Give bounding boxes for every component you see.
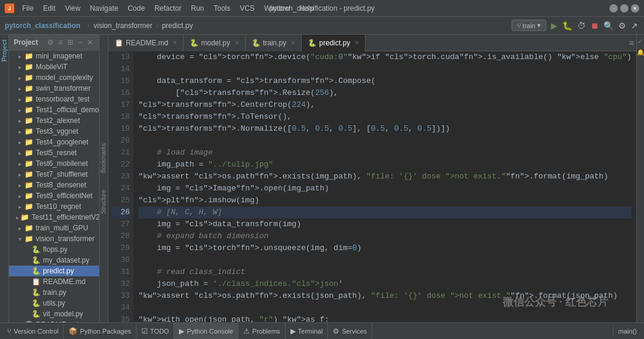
project-name[interactable]: pytorch_classification: [5, 21, 80, 30]
project-side-tab[interactable]: Project: [0, 35, 9, 66]
todo-item[interactable]: ☑ TODO: [137, 323, 175, 339]
line-number: 14: [112, 63, 130, 75]
sidebar-close-icon[interactable]: ✕: [86, 37, 94, 48]
minimize-button[interactable]: –: [609, 4, 618, 13]
tab-model[interactable]: 🐍 model.py ✕: [184, 35, 246, 51]
stop-icon[interactable]: ⏹: [589, 20, 600, 32]
run-icon[interactable]: ▶: [550, 20, 559, 32]
side-tabs: Bookmarks Structure: [100, 35, 109, 322]
debug-icon[interactable]: 🐛: [561, 20, 574, 32]
python-packages-item[interactable]: 📦 Python Packages: [64, 323, 137, 339]
menu-tools[interactable]: Tools: [209, 3, 234, 14]
sidebar-gear-icon[interactable]: ⚙: [46, 37, 55, 48]
menu-code[interactable]: Code: [123, 3, 149, 14]
tab-predict[interactable]: 🐍 predict.py ✕: [302, 35, 366, 51]
breadcrumb-file[interactable]: predict.py: [162, 21, 193, 30]
code-content[interactable]: device = "cls">torch"fn">.device("cuda:0…: [134, 51, 636, 322]
python-file-icon: 🐍: [32, 288, 41, 297]
sidebar-expand-icon[interactable]: ⊞: [66, 37, 75, 48]
menu-navigate[interactable]: Navigate: [86, 3, 122, 14]
tab-readme[interactable]: 📋 README.md ✕: [109, 35, 184, 51]
menu-run[interactable]: Run: [187, 3, 208, 14]
tree-item-test11_efficientnetv2[interactable]: ▸📁Test11_efficientnetV2: [9, 212, 99, 223]
python-file-icon: 🐍: [32, 256, 41, 264]
version-control-item[interactable]: ⑂ Version Control: [2, 323, 64, 339]
code-line-34: [138, 302, 631, 314]
tree-item-my_dataset.py[interactable]: 🐍my_dataset.py: [9, 255, 99, 266]
branch-selector[interactable]: ⑂ train ▾: [512, 20, 546, 31]
terminal-icon: ▶: [290, 327, 296, 335]
tree-item-test6_mobilenet[interactable]: ▸📁Test6_mobilenet: [9, 158, 99, 169]
tree-label: swin_transformer: [36, 84, 91, 93]
check-icon[interactable]: ✓: [637, 37, 643, 45]
close-button[interactable]: ✕: [631, 4, 639, 13]
maximize-button[interactable]: □: [620, 4, 628, 13]
function-indicator: main(): [613, 326, 642, 336]
sidebar-sort-icon[interactable]: ≡: [57, 37, 64, 48]
external-icon[interactable]: ↗: [630, 20, 639, 32]
train-icon: 🐍: [252, 39, 261, 47]
tree-item-tensorboard_test[interactable]: ▸📁tensorboard_test: [9, 94, 99, 104]
tree-label: train_multi_GPU: [36, 224, 88, 232]
tab-model-close[interactable]: ✕: [234, 39, 239, 46]
tree-item-test10_regnet[interactable]: ▸📁Test10_regnet: [9, 201, 99, 212]
folder-icon: 📁: [24, 106, 33, 114]
tree-item-test5_resnet[interactable]: ▸📁Test5_resnet: [9, 147, 99, 158]
problems-item[interactable]: ⚠ Problems: [239, 323, 285, 339]
line-number: 31: [112, 266, 130, 278]
tree-item-mini_imagenet[interactable]: ▸📁mini_imagenet: [9, 51, 99, 61]
line-number: 23: [112, 171, 130, 183]
notifications-icon[interactable]: 🔔: [637, 49, 644, 56]
structure-tab[interactable]: Structure: [99, 187, 108, 217]
tab-train[interactable]: 🐍 train.py ✕: [246, 35, 302, 51]
tabs-menu-icon[interactable]: ≡: [629, 38, 634, 48]
tree-item-readme.md[interactable]: 📋README.md: [9, 319, 99, 322]
tree-item-readme.md[interactable]: 📋README.md: [9, 276, 99, 287]
search-icon[interactable]: 🔍: [602, 20, 615, 32]
folder-arrow: ▸: [16, 214, 19, 221]
menu-refactor[interactable]: Refactor: [150, 3, 185, 14]
terminal-item[interactable]: ▶ Terminal: [286, 323, 329, 339]
tab-predict-close[interactable]: ✕: [354, 39, 359, 46]
code-line-21: # load image: [138, 147, 631, 159]
tree-item-mobilevit[interactable]: ▸📁MobileViT: [9, 61, 99, 72]
settings-icon[interactable]: ⚙: [617, 20, 627, 32]
folder-icon: 📁: [24, 235, 33, 243]
tree-item-test3_vggnet[interactable]: ▸📁Test3_vggnet: [9, 126, 99, 137]
python-file-icon: 🐍: [32, 299, 41, 307]
bookmarks-tab[interactable]: Bookmarks: [99, 141, 108, 175]
tree-item-test7_shufflenet[interactable]: ▸📁Test7_shufflenet: [9, 169, 99, 180]
tree-label: Test5_resnet: [36, 149, 77, 157]
services-item[interactable]: ⚙ Services: [328, 323, 372, 339]
tree-item-test1_official_demo[interactable]: ▸📁Test1_official_demo: [9, 104, 99, 115]
tree-item-train_multi_gpu[interactable]: ▸📁train_multi_GPU: [9, 223, 99, 233]
tree-item-vision_transformer[interactable]: ▾📁vision_transformer: [9, 233, 99, 244]
tree-item-vit_model.py[interactable]: 🐍vit_model.py: [9, 309, 99, 319]
breadcrumb-module[interactable]: vision_transformer: [94, 21, 153, 30]
menu-vcs[interactable]: VCS: [236, 3, 259, 14]
tree-item-swin_transformer[interactable]: ▸📁swin_transformer: [9, 83, 99, 94]
menu-file[interactable]: File: [18, 3, 38, 14]
line-number: 16: [112, 87, 130, 99]
profile-icon[interactable]: ⏱: [576, 20, 587, 32]
menu-view[interactable]: View: [61, 3, 85, 14]
menu-edit[interactable]: Edit: [39, 3, 60, 14]
tree-item-flops.py[interactable]: 🐍flops.py: [9, 244, 99, 255]
line-number: 30: [112, 254, 130, 266]
python-console-item[interactable]: ▶ Python Console: [174, 323, 239, 339]
tab-readme-close[interactable]: ✕: [172, 39, 177, 46]
tree-item-model_complexity[interactable]: ▸📁model_complexity: [9, 72, 99, 83]
folder-icon: 📁: [24, 159, 33, 168]
folder-icon: 📁: [24, 95, 33, 103]
tree-item-test9_efficientnet[interactable]: ▸📁Test9_efficientNet: [9, 190, 99, 201]
tree-item-test4_googlenet[interactable]: ▸📁Test4_googlenet: [9, 137, 99, 147]
code-line-33: "kw">assert "cls">os.path"fn">.exists(js…: [138, 290, 631, 302]
tree-item-test2_alexnet[interactable]: ▸📁Test2_alexnet: [9, 115, 99, 126]
folder-arrow: ▸: [16, 182, 23, 189]
tab-train-close[interactable]: ✕: [290, 39, 295, 46]
tree-item-test8_densenet[interactable]: ▸📁Test8_densenet: [9, 180, 99, 190]
tree-item-utils.py[interactable]: 🐍utils.py: [9, 298, 99, 309]
tree-item-train.py[interactable]: 🐍train.py: [9, 287, 99, 298]
sidebar-collapse-icon[interactable]: −: [77, 37, 83, 48]
tree-item-predict.py[interactable]: 🐍predict.py: [9, 266, 99, 276]
